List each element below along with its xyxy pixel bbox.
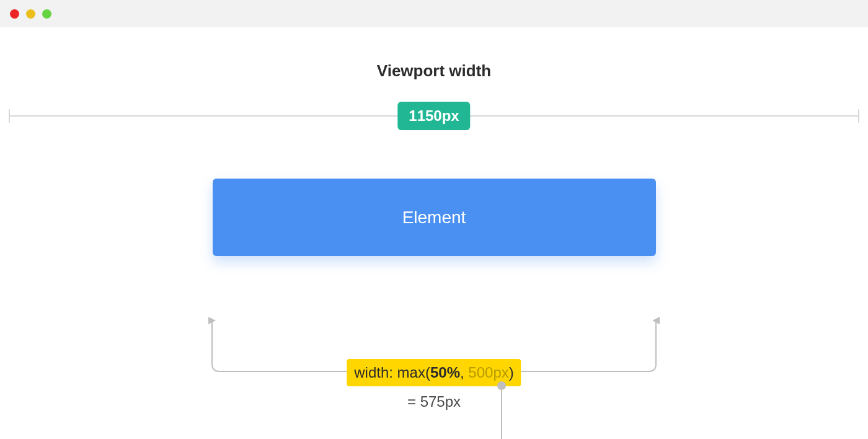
ruler-cap-right xyxy=(858,109,859,123)
code-prefix: width: max( xyxy=(354,364,430,381)
viewport-width-badge: 1150px xyxy=(397,102,470,130)
pointer-dot-icon xyxy=(497,381,506,390)
code-arg1: 50% xyxy=(430,364,460,381)
pointer-line xyxy=(501,390,502,439)
viewport-ruler: 1150px xyxy=(0,104,868,129)
element-box: Element xyxy=(213,179,656,256)
traffic-light-close-icon[interactable] xyxy=(10,9,19,19)
viewport-width-title: Viewport width xyxy=(0,61,868,81)
code-sep: , xyxy=(460,364,468,381)
traffic-light-zoom-icon[interactable] xyxy=(42,9,51,19)
macos-titlebar xyxy=(0,0,868,27)
css-code-pill: width: max(50%, 500px) xyxy=(347,359,521,386)
diagram-stage: Viewport width 1150px Element width: max… xyxy=(0,61,868,256)
code-suffix: ) xyxy=(509,364,514,381)
element-label: Element xyxy=(402,208,466,228)
computed-result: = 575px xyxy=(407,393,461,410)
code-arg2: 500px xyxy=(468,364,508,381)
ruler-cap-left xyxy=(9,109,10,123)
traffic-light-minimize-icon[interactable] xyxy=(26,9,35,19)
